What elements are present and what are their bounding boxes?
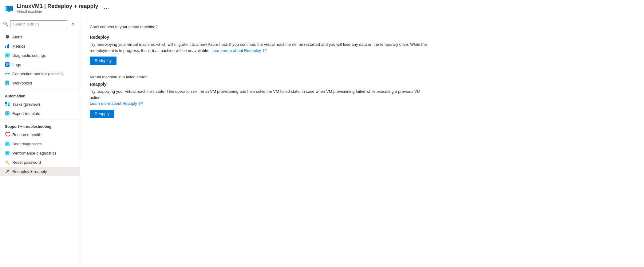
- diagnostic-icon: [5, 53, 10, 58]
- logs-icon: [5, 62, 10, 67]
- sidebar-item-workbooks[interactable]: Workbooks: [0, 78, 80, 88]
- sidebar-item-metrics-label: Metrics: [12, 44, 25, 49]
- sidebar-item-connection-monitor-label: Connection monitor (classic): [12, 72, 63, 76]
- sidebar-item-export-template-label: Export template: [12, 111, 40, 116]
- chart-bar-icon: [5, 44, 10, 49]
- sidebar-item-performance-diagnostics[interactable]: Performance diagnostics: [0, 148, 80, 158]
- automation-section-header: Automation: [0, 90, 80, 100]
- page-header: LinuxVM1 | Redeploy + reapply Virtual ma…: [0, 0, 644, 17]
- sidebar-item-connection-monitor[interactable]: Connection monitor (classic): [0, 69, 80, 78]
- export-icon: [5, 111, 10, 116]
- svg-rect-2: [7, 7, 12, 10]
- svg-rect-12: [8, 102, 10, 104]
- more-button[interactable]: ···: [104, 5, 110, 12]
- sidebar-item-resource-health[interactable]: Resource health: [0, 130, 80, 139]
- page-title: LinuxVM1 | Redeploy + reapply: [17, 3, 98, 10]
- svg-rect-13: [5, 104, 7, 106]
- vm-icon: [5, 4, 14, 13]
- svg-point-19: [6, 161, 8, 163]
- header-title-block: LinuxVM1 | Redeploy + reapply Virtual ma…: [17, 3, 98, 14]
- sidebar-search-bar: 🔍 «: [0, 17, 80, 31]
- svg-rect-14: [8, 104, 10, 106]
- svg-rect-11: [5, 102, 7, 104]
- sidebar-item-alerts-label: Alerts: [12, 35, 22, 39]
- external-link-icon-2: [139, 102, 143, 106]
- sidebar-item-tasks-preview[interactable]: Tasks (preview): [0, 100, 80, 109]
- sidebar-item-logs-label: Logs: [12, 62, 21, 67]
- sidebar-item-resource-health-label: Resource health: [12, 132, 41, 137]
- sidebar-item-alerts[interactable]: Alerts: [0, 32, 80, 41]
- redeploy-title: Redeploy: [90, 35, 634, 40]
- page-subtitle: Virtual machine: [17, 10, 98, 14]
- main-layout: 🔍 « Alerts Metrics: [0, 17, 644, 267]
- reapply-learn-more-link[interactable]: Learn more about Reapply: [90, 101, 137, 106]
- sidebar-item-redeploy-reapply-label: Redeploy + reapply: [12, 169, 47, 174]
- redeploy-button[interactable]: Redeploy: [90, 57, 117, 65]
- support-section-header: Support + troubleshooting: [0, 121, 80, 130]
- reapply-section: Reapply Try reapplying your virtual mach…: [90, 82, 634, 118]
- svg-rect-5: [8, 44, 9, 48]
- sidebar-item-tasks-label: Tasks (preview): [12, 102, 40, 107]
- reapply-title: Reapply: [90, 82, 634, 87]
- reapply-button[interactable]: Reapply: [90, 110, 114, 118]
- heart-icon: [5, 132, 10, 137]
- svg-rect-17: [5, 151, 10, 155]
- wrench-icon: [5, 169, 10, 174]
- reapply-description: Try reapplying your virtual machine's st…: [90, 88, 428, 107]
- boot-icon: [5, 141, 10, 146]
- external-link-icon: [263, 49, 267, 53]
- collapse-sidebar-button[interactable]: «: [69, 20, 77, 28]
- search-icon: 🔍: [3, 22, 8, 26]
- tasks-icon: [5, 102, 10, 107]
- sidebar-item-performance-diagnostics-label: Performance diagnostics: [12, 151, 56, 155]
- key-icon: [5, 160, 10, 165]
- bell-icon: [5, 34, 10, 39]
- svg-rect-3: [5, 46, 6, 48]
- sidebar-item-redeploy-reapply[interactable]: Redeploy + reapply: [0, 167, 80, 176]
- svg-point-9: [8, 73, 10, 74]
- workbooks-icon: [5, 80, 10, 85]
- reapply-intro-text: Virtual machine in a failed state?: [90, 75, 634, 79]
- content-intro-text: Can't connect to your virtual machine?: [90, 25, 634, 29]
- search-input[interactable]: [10, 20, 67, 28]
- sidebar-item-logs[interactable]: Logs: [0, 60, 80, 69]
- sidebar: 🔍 « Alerts Metrics: [0, 17, 80, 267]
- sidebar-item-boot-diagnostics[interactable]: Boot diagnostics: [0, 139, 80, 148]
- redeploy-learn-more-link[interactable]: Learn more about Redeploy: [211, 48, 261, 53]
- content-area: Can't connect to your virtual machine? R…: [80, 17, 644, 267]
- svg-rect-4: [7, 45, 8, 48]
- redeploy-description: Try redeploying your virtual machine, wh…: [90, 41, 428, 53]
- svg-point-8: [5, 73, 6, 74]
- perf-icon: [5, 151, 10, 155]
- svg-rect-10: [6, 81, 9, 85]
- support-divider: [0, 119, 80, 120]
- sidebar-item-export-template[interactable]: Export template: [0, 109, 80, 118]
- connection-icon: [5, 71, 10, 76]
- sidebar-nav: Alerts Metrics Diagnostic settings Logs: [0, 31, 80, 267]
- sidebar-item-metrics[interactable]: Metrics: [0, 41, 80, 51]
- sidebar-item-boot-diagnostics-label: Boot diagnostics: [12, 142, 41, 146]
- sidebar-item-diagnostic-settings[interactable]: Diagnostic settings: [0, 51, 80, 60]
- automation-divider: [0, 89, 80, 89]
- sidebar-item-reset-password-label: Reset password: [12, 160, 41, 165]
- sidebar-item-diagnostic-settings-label: Diagnostic settings: [12, 53, 46, 58]
- sidebar-item-reset-password[interactable]: Reset password: [0, 158, 80, 167]
- sidebar-item-workbooks-label: Workbooks: [12, 81, 32, 85]
- redeploy-section: Redeploy Try redeploying your virtual ma…: [90, 35, 634, 65]
